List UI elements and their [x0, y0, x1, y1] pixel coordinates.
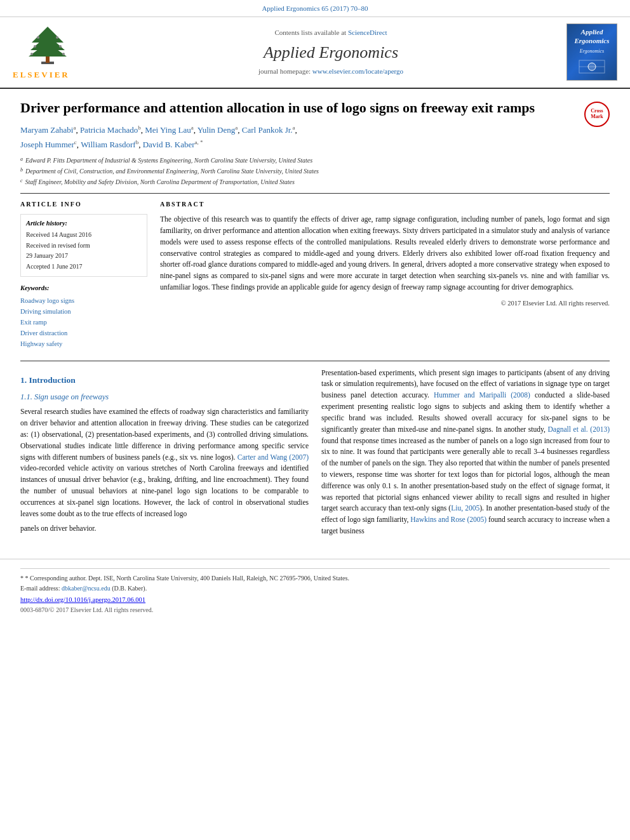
section-1-heading: 1. Introduction [20, 374, 309, 387]
author-machado[interactable]: Patricia Machado [80, 126, 138, 135]
article-info-column: ARTICLE INFO Article history: Received 1… [20, 200, 147, 350]
keywords-label: Keywords: [20, 283, 147, 293]
svg-point-13 [588, 63, 596, 70]
journal-title: Applied Ergonomics [102, 41, 560, 65]
keyword-2: Driving simulation [20, 307, 147, 316]
affil-a-text: Edward P. Fitts Department of Industrial… [25, 156, 312, 165]
history-accepted: Accepted 1 June 2017 [26, 262, 142, 272]
main-body-columns: 1. Introduction 1.1. Sign usage on freew… [20, 368, 610, 541]
intro-paragraph-1: Several research studies have examined t… [20, 406, 309, 519]
authors-list: Maryam Zahabia, Patricia Machadob, Mei Y… [20, 123, 610, 151]
journal-reference-text: Applied Ergonomics 65 (2017) 70–80 [262, 4, 368, 12]
keyword-4: Driver distraction [20, 328, 147, 338]
svg-point-6 [56, 36, 58, 39]
history-revised-label: Received in revised form [26, 241, 142, 251]
crossmark-icon: CrossMark [584, 102, 610, 127]
history-label: Article history: [26, 218, 142, 228]
journal-cover-area: Applied Ergonomics Ergonomics [560, 23, 617, 81]
svg-point-9 [30, 53, 33, 55]
corresponding-author-note: * * Corresponding author. Dept. ISE, Nor… [20, 574, 610, 583]
abstract-title: ABSTRACT [160, 200, 610, 210]
right-paragraph-1: Presentation-based experiments, which pr… [321, 368, 610, 537]
corresponding-note-text: * Corresponding author. Dept. ISE, North… [25, 575, 349, 582]
abstract-column: ABSTRACT The objective of this research … [160, 200, 610, 350]
footer: * * Corresponding author. Dept. ISE, Nor… [0, 559, 630, 615]
email-link[interactable]: dbkaber@ncsu.edu [62, 585, 111, 592]
affil-b-text: Department of Civil, Construction, and E… [25, 166, 319, 176]
issn-line: 0003-6870/© 2017 Elsevier Ltd. All right… [20, 606, 610, 615]
cover-sub-text: Ergonomics [580, 48, 604, 55]
article-divider-bottom [20, 361, 610, 361]
homepage-url[interactable]: www.elsevier.com/locate/apergo [312, 67, 403, 75]
keyword-1: Roadway logo signs [20, 296, 147, 305]
journal-reference-bar: Applied Ergonomics 65 (2017) 70–80 [0, 0, 630, 17]
body-right-column: Presentation-based experiments, which pr… [321, 368, 610, 541]
svg-point-10 [62, 53, 65, 55]
affiliation-a: a Edward P. Fitts Department of Industri… [20, 156, 610, 165]
affiliations-block: a Edward P. Fitts Department of Industri… [20, 156, 610, 187]
ref-liu[interactable]: Liu, 2005 [451, 504, 479, 512]
article-divider-top [20, 193, 610, 194]
email-footnote: E-mail address: dbkaber@ncsu.edu (D.B. K… [20, 584, 610, 594]
elsevier-tree-icon [13, 23, 83, 68]
history-received: Received 14 August 2016 [26, 230, 142, 240]
copyright-text: © 2017 Elsevier Ltd. All rights reserved… [160, 298, 610, 308]
subsection-1-1-heading: 1.1. Sign usage on freeways [20, 391, 309, 403]
cover-graphic [576, 57, 608, 76]
svg-point-8 [59, 45, 62, 48]
crossmark-badge: CrossMark [584, 102, 610, 127]
sciencedirect-prefix: Contents lists available at [274, 29, 346, 36]
keywords-section: Keywords: Roadway logo signs Driving sim… [20, 283, 147, 349]
author-zahabi[interactable]: Maryam Zahabi [20, 126, 73, 135]
title-area: CrossMark Driver performance and attenti… [20, 99, 610, 117]
homepage-label: journal homepage: [258, 67, 311, 75]
affiliation-b: b Department of Civil, Construction, and… [20, 166, 610, 176]
author-lau[interactable]: Mei Ying Lau [145, 126, 191, 135]
elsevier-wordmark: ELSEVIER [13, 69, 70, 81]
homepage-info: journal homepage: www.elsevier.com/locat… [102, 67, 560, 77]
doi-line: http://dx.doi.org/10.1016/j.apergo.2017.… [20, 595, 610, 604]
article-container: CrossMark Driver performance and attenti… [0, 89, 630, 551]
footer-rule [20, 568, 610, 569]
author-kaber[interactable]: David B. Kaber [143, 140, 195, 149]
cover-title-text: Applied Ergonomics [570, 28, 614, 44]
ref-carter-wang[interactable]: Carter and Wang (2007) [238, 453, 309, 461]
elsevier-logo-area: ELSEVIER [13, 23, 102, 81]
sciencedirect-info: Contents lists available at ScienceDirec… [102, 28, 560, 38]
affiliation-c: c Staff Engineer, Mobility and Safety Di… [20, 177, 610, 187]
affil-c-text: Staff Engineer, Mobility and Safety Divi… [25, 177, 295, 187]
author-hummer[interactable]: Joseph Hummer [20, 140, 74, 149]
sciencedirect-link[interactable]: ScienceDirect [348, 29, 387, 36]
article-info-title: ARTICLE INFO [20, 200, 147, 210]
email-label: E-mail address: [20, 585, 60, 592]
left-col-end: panels on driver behavior. [20, 523, 309, 535]
svg-point-7 [34, 45, 36, 48]
footnote-star: * [20, 575, 23, 582]
journal-cover-image: Applied Ergonomics Ergonomics [566, 23, 617, 81]
article-history-box: Article history: Received 14 August 2016… [20, 214, 147, 277]
doi-link[interactable]: http://dx.doi.org/10.1016/j.apergo.2017.… [20, 596, 145, 603]
journal-header: ELSEVIER Contents lists available at Sci… [0, 17, 630, 89]
ref-hawkins-rose[interactable]: Hawkins and Rose (2005) [410, 516, 486, 523]
svg-point-5 [37, 36, 39, 39]
ref-hummer-maripalli[interactable]: Hummer and Maripalli (2008) [434, 391, 530, 399]
author-pankok[interactable]: Carl Pankok Jr. [242, 126, 293, 135]
keyword-5: Highway safety [20, 339, 147, 349]
abstract-text: The objective of this research was to qu… [160, 214, 610, 293]
keyword-3: Exit ramp [20, 317, 147, 327]
history-revised-date: 29 January 2017 [26, 251, 142, 261]
author-rasdorf[interactable]: William Rasdorf [81, 140, 136, 149]
ref-dagnall[interactable]: Dagnall et al. (2013) [547, 425, 610, 433]
journal-name-area: Contents lists available at ScienceDirec… [102, 28, 560, 77]
author-deng[interactable]: Yulin Deng [198, 126, 236, 135]
email-person: (D.B. Kaber). [112, 585, 147, 592]
article-title: Driver performance and attention allocat… [20, 99, 610, 117]
body-left-column: 1. Introduction 1.1. Sign usage on freew… [20, 368, 309, 541]
article-info-abstract: ARTICLE INFO Article history: Received 1… [20, 200, 610, 350]
